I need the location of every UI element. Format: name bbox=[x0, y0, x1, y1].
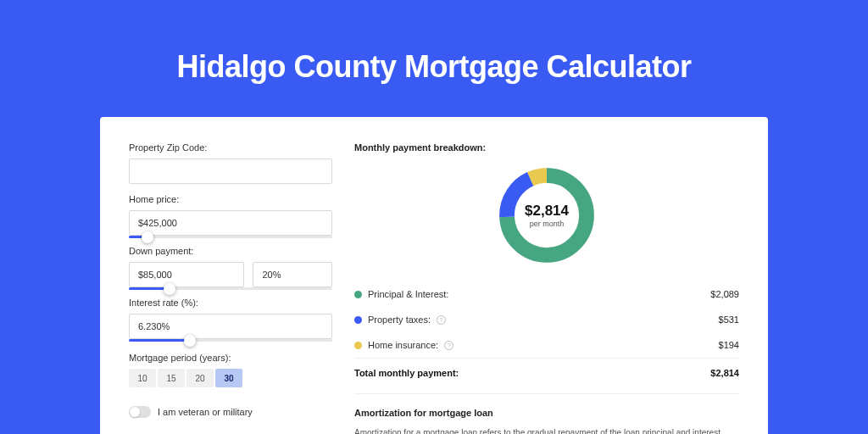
field-home-price: Home price: bbox=[129, 194, 332, 236]
period-option-10[interactable]: 10 bbox=[129, 369, 156, 387]
period-option-15[interactable]: 15 bbox=[158, 369, 185, 387]
interest-rate-slider[interactable] bbox=[129, 339, 332, 342]
field-down-payment: Down payment: bbox=[129, 246, 332, 287]
label-down-payment: Down payment: bbox=[129, 246, 332, 256]
veteran-row: I am veteran or military bbox=[129, 406, 332, 418]
legend-dot bbox=[354, 316, 362, 324]
legend-value: $2,089 bbox=[710, 289, 739, 299]
field-mortgage-period: Mortgage period (years): 10152030 bbox=[129, 353, 332, 387]
veteran-label: I am veteran or military bbox=[158, 407, 253, 417]
zip-input[interactable] bbox=[129, 159, 332, 184]
label-mortgage-period: Mortgage period (years): bbox=[129, 353, 332, 363]
legend-row: Property taxes:?$531 bbox=[354, 307, 739, 332]
legend: Principal & Interest:$2,089Property taxe… bbox=[354, 281, 739, 359]
period-option-20[interactable]: 20 bbox=[186, 369, 214, 387]
legend-value: $194 bbox=[719, 340, 739, 350]
donut-chart: $2,814 per month bbox=[354, 159, 739, 281]
info-icon[interactable]: ? bbox=[437, 315, 446, 325]
donut-center-value: $2,814 bbox=[525, 203, 569, 220]
amortization-text: Amortization for a mortgage loan refers … bbox=[354, 426, 739, 434]
label-interest-rate: Interest rate (%): bbox=[129, 298, 332, 308]
legend-dot bbox=[354, 342, 362, 349]
inputs-panel: Property Zip Code: Home price: Down paym… bbox=[129, 142, 332, 434]
legend-label: Principal & Interest: bbox=[368, 289, 448, 299]
breakdown-title: Monthly payment breakdown: bbox=[354, 142, 739, 153]
amortization-title: Amortization for mortgage loan bbox=[354, 408, 739, 418]
donut-center-sub: per month bbox=[530, 220, 565, 228]
page-title: Hidalgo County Mortgage Calculator bbox=[0, 0, 868, 85]
legend-label: Property taxes: bbox=[368, 314, 431, 325]
legend-label: Home insurance: bbox=[368, 340, 438, 350]
breakdown-panel: Monthly payment breakdown: $2,814 per mo… bbox=[354, 142, 739, 434]
interest-rate-input[interactable] bbox=[129, 314, 332, 339]
info-icon[interactable]: ? bbox=[444, 341, 453, 350]
total-label: Total monthly payment: bbox=[354, 368, 459, 378]
legend-dot bbox=[354, 291, 362, 298]
field-interest-rate: Interest rate (%): bbox=[129, 298, 332, 339]
amortization-card: Amortization for mortgage loan Amortizat… bbox=[354, 393, 739, 434]
calculator-card: Property Zip Code: Home price: Down paym… bbox=[100, 117, 768, 434]
down-payment-input[interactable] bbox=[129, 262, 244, 287]
total-row: Total monthly payment: $2,814 bbox=[354, 359, 739, 393]
slider-thumb[interactable] bbox=[184, 335, 196, 347]
field-zip: Property Zip Code: bbox=[129, 142, 332, 184]
label-zip: Property Zip Code: bbox=[129, 142, 332, 153]
home-price-slider[interactable] bbox=[129, 236, 332, 238]
period-option-30[interactable]: 30 bbox=[215, 369, 242, 387]
slider-thumb[interactable] bbox=[142, 231, 153, 243]
down-payment-pct-input[interactable] bbox=[253, 262, 332, 287]
total-value: $2,814 bbox=[710, 368, 739, 378]
down-payment-slider[interactable] bbox=[129, 287, 332, 290]
slider-thumb[interactable] bbox=[164, 283, 175, 295]
label-home-price: Home price: bbox=[129, 194, 332, 204]
legend-row: Home insurance:?$194 bbox=[354, 332, 739, 358]
veteran-toggle[interactable] bbox=[129, 406, 151, 418]
legend-value: $531 bbox=[719, 314, 739, 325]
home-price-input[interactable] bbox=[129, 210, 332, 236]
legend-row: Principal & Interest:$2,089 bbox=[354, 281, 739, 307]
